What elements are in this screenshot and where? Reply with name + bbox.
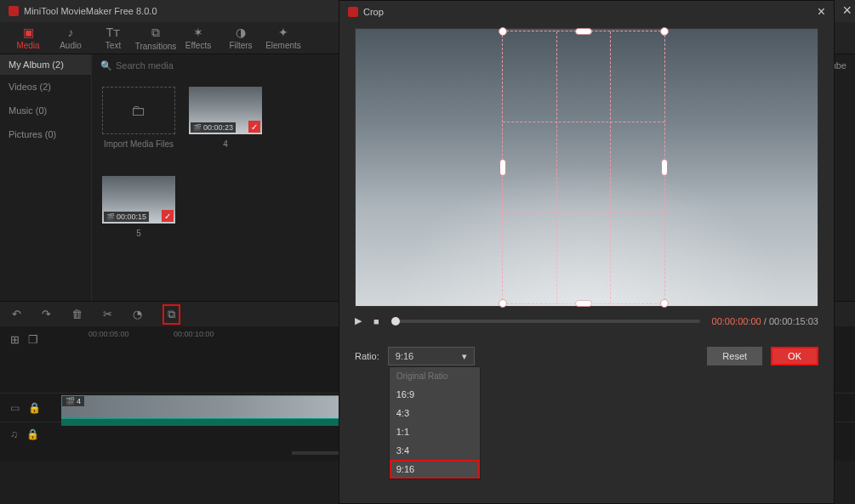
stop-icon[interactable]: ■ xyxy=(373,316,379,326)
import-media-tile[interactable]: 🗀 xyxy=(102,87,175,134)
lock-icon[interactable]: 🔒 xyxy=(28,402,41,414)
text-icon: Tᴛ xyxy=(106,25,121,39)
crop-icon[interactable]: ⧉ xyxy=(162,304,180,325)
ratio-option[interactable]: 4:3 xyxy=(390,404,480,422)
ratio-option[interactable]: 3:4 xyxy=(390,441,480,460)
crop-handle-n[interactable] xyxy=(575,28,592,35)
seek-bar[interactable] xyxy=(391,320,700,323)
nav-audio[interactable]: ♪Audio xyxy=(49,25,92,50)
elements-icon: ✦ xyxy=(278,25,288,39)
nav-text[interactable]: TᴛText xyxy=(92,25,134,50)
app-icon xyxy=(348,7,358,17)
ok-button[interactable]: OK xyxy=(771,347,818,365)
ratio-option[interactable]: Original Ratio xyxy=(390,367,480,385)
note-icon: ♪ xyxy=(68,25,74,39)
app-icon xyxy=(9,6,19,16)
copy-track-icon[interactable]: ❐ xyxy=(28,333,38,346)
sidebar-album[interactable]: My Album (2) xyxy=(0,54,91,75)
window-close-icon[interactable]: × xyxy=(842,2,852,20)
nav-transitions[interactable]: ⧉Transitions xyxy=(134,25,177,51)
crop-handle-sw[interactable] xyxy=(499,299,507,308)
search-icon: 🔍 xyxy=(100,60,112,71)
nav-effects[interactable]: ✶Effects xyxy=(177,25,219,50)
play-icon[interactable]: ▶ xyxy=(355,315,362,326)
folder-icon: 🗀 xyxy=(131,102,146,120)
crop-handle-se[interactable] xyxy=(660,299,669,308)
clip-label: 🎬 4 xyxy=(62,396,84,406)
lock-icon[interactable]: 🔒 xyxy=(26,428,39,440)
filters-icon: ◑ xyxy=(236,25,246,39)
check-icon: ✓ xyxy=(248,121,260,133)
ratio-option[interactable]: 9:16 xyxy=(390,460,480,479)
crop-frame[interactable] xyxy=(502,31,665,304)
media-thumb[interactable]: 00:00:15✓ 5 xyxy=(102,176,175,238)
crop-preview[interactable] xyxy=(355,28,818,307)
import-label: Import Media Files xyxy=(102,139,175,149)
video-track-icon: ▭ xyxy=(10,402,20,414)
nav-media[interactable]: ▣Media xyxy=(7,25,49,50)
sidebar-item-pictures[interactable]: Pictures (0) xyxy=(0,122,91,146)
delete-icon[interactable]: 🗑 xyxy=(71,308,83,320)
dialog-title: Crop xyxy=(363,7,818,17)
nav-filters[interactable]: ◑Filters xyxy=(219,25,262,50)
ratio-dropdown: Original Ratio 16:9 4:3 1:1 3:4 9:16 xyxy=(389,366,481,479)
thumb-caption: 4 xyxy=(189,139,262,149)
crop-handle-w[interactable] xyxy=(499,159,506,176)
ratio-option[interactable]: 16:9 xyxy=(390,385,480,404)
ratio-select[interactable]: 9:16 ▾ Original Ratio 16:9 4:3 1:1 3:4 9… xyxy=(388,347,475,365)
add-track-icon[interactable]: ⊞ xyxy=(10,333,20,346)
chevron-down-icon: ▾ xyxy=(462,351,467,362)
ratio-label: Ratio: xyxy=(355,351,379,361)
app-title: MiniTool MovieMaker Free 8.0.0 xyxy=(24,6,157,16)
media-thumb[interactable]: 00:00:23✓ 4 xyxy=(189,87,262,149)
reset-button[interactable]: Reset xyxy=(707,347,762,365)
crop-handle-nw[interactable] xyxy=(499,27,507,36)
thumb-duration: 00:00:23 xyxy=(191,122,236,133)
check-icon: ✓ xyxy=(162,210,174,222)
redo-icon[interactable]: ↷ xyxy=(42,308,51,320)
seek-thumb[interactable] xyxy=(391,317,400,326)
ratio-option[interactable]: 1:1 xyxy=(390,422,480,441)
folder-icon: ▣ xyxy=(23,25,34,39)
crop-handle-s[interactable] xyxy=(575,300,592,307)
nav-elements[interactable]: ✦Elements xyxy=(262,25,305,50)
crop-dialog: Crop × ▶ ■ 00:00:00:00 / 00:00:15:03 Rat… xyxy=(339,0,835,504)
close-icon[interactable]: × xyxy=(818,4,825,20)
sidebar: My Album (2) Videos (2) Music (0) Pictur… xyxy=(0,54,92,301)
split-icon[interactable]: ✂ xyxy=(103,308,112,320)
sidebar-item-videos[interactable]: Videos (2) xyxy=(0,75,91,99)
thumb-duration: 00:00:15 xyxy=(104,212,149,222)
undo-icon[interactable]: ↶ xyxy=(12,308,21,320)
crop-handle-e[interactable] xyxy=(661,159,668,176)
crop-handle-ne[interactable] xyxy=(660,27,669,36)
speed-icon[interactable]: ◔ xyxy=(133,308,142,320)
audio-track-icon: ♫ xyxy=(10,428,18,440)
sidebar-item-music[interactable]: Music (0) xyxy=(0,99,91,122)
transitions-icon: ⧉ xyxy=(151,25,160,40)
timecode: 00:00:00:00 / 00:00:15:03 xyxy=(712,316,818,326)
effects-icon: ✶ xyxy=(193,25,203,39)
thumb-caption: 5 xyxy=(102,229,175,238)
